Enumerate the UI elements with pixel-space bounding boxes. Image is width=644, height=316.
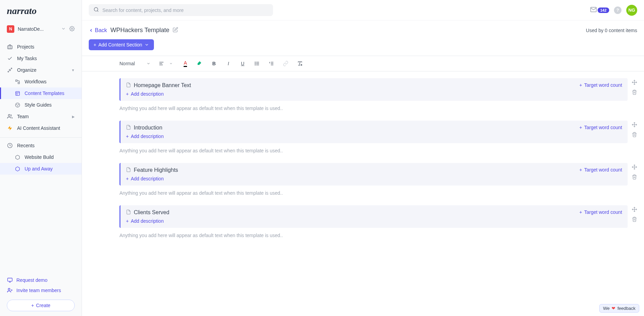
feedback-we: We [603,306,610,311]
sidebar-item-label: Workflows [25,79,46,84]
invite-link[interactable]: Invite team members [7,285,75,296]
move-icon[interactable] [632,164,637,171]
svg-rect-6 [18,82,19,83]
section-title[interactable]: Feature Highlights [134,167,178,173]
align-icon[interactable] [158,61,165,66]
feedback-button[interactable]: We ❤ feedback [599,304,639,313]
trash-icon[interactable] [632,217,637,223]
heading-select[interactable]: Normal [119,61,151,66]
create-button[interactable]: + Create [7,300,75,311]
sidebar-item-label: Team [17,114,29,119]
section-placeholder[interactable]: Anything you add here will appear as def… [119,143,628,153]
help-icon[interactable]: ? [614,6,621,14]
palette-icon [14,102,20,108]
svg-rect-17 [8,278,12,281]
monitor-icon [7,277,13,283]
back-link[interactable]: Back [89,27,107,33]
bold-icon[interactable]: B [211,61,217,66]
search-wrap[interactable] [89,4,273,16]
sidebar-item-workflows[interactable]: Workflows [0,76,82,87]
check-icon [7,56,13,61]
sidebar-item-content-templates[interactable]: Content Templates [0,87,82,99]
add-description-link[interactable]: + Add description [126,134,164,139]
plus-icon: + [579,82,582,88]
sidebar-item-label: Projects [17,44,34,50]
sidebar-item-projects[interactable]: Projects [0,41,82,53]
svg-point-12 [18,104,18,105]
svg-rect-7 [15,91,19,95]
move-icon[interactable] [632,122,637,128]
page-header: Back WPHackers Template Used by 0 conten… [82,20,644,50]
section-actions [632,205,637,238]
move-icon[interactable] [632,207,637,213]
workspace-selector[interactable]: N NarratoDe... [0,22,82,36]
back-label: Back [95,27,107,33]
trash-icon[interactable] [632,174,637,181]
sidebar-item-team[interactable]: Team ▶ [0,111,82,122]
add-section-label: Add Content Section [98,42,142,47]
target-word-count-link[interactable]: + Target word count [579,82,622,88]
settings-icon [7,67,13,73]
plus-icon: + [579,167,582,173]
svg-point-23 [94,8,98,11]
sidebar-item-ai[interactable]: AI Content Assistant [0,122,82,134]
sidebar-recent-item[interactable]: Website Build [0,151,82,163]
avatar[interactable]: NG [626,5,637,16]
plus-icon: + [579,209,582,215]
sidebar-item-organize[interactable]: Organize ▼ [0,64,82,76]
section-placeholder[interactable]: Anything you add here will appear as def… [119,228,628,238]
plus-icon: + [126,91,129,97]
add-description-link[interactable]: + Add description [126,218,164,224]
plus-icon: + [126,218,129,224]
chevron-down-icon[interactable] [61,26,66,32]
plus-icon: + [94,42,96,47]
svg-marker-15 [8,126,12,130]
section-title[interactable]: Clients Served [134,209,169,216]
sidebar-item-recents[interactable]: Recents [0,140,82,151]
link-icon[interactable] [282,61,289,66]
svg-point-13 [17,106,17,106]
bullet-list-icon[interactable] [254,61,260,66]
sidebar-item-style-guides[interactable]: Style Guides [0,99,82,111]
underline-icon[interactable]: U [239,61,246,66]
search-input[interactable] [102,8,268,13]
add-description-label: Add description [131,218,164,224]
sidebar-item-label: Content Templates [25,91,64,96]
user-plus-icon [7,288,13,293]
workspace-badge: N [7,25,14,33]
main-content: 142 ? NG Back WPHackers Template Used by… [82,0,644,316]
edit-icon[interactable] [173,27,178,33]
move-icon[interactable] [632,80,637,86]
feedback-text: feedback [617,306,635,311]
request-demo-link[interactable]: Request demo [7,275,75,285]
section-title[interactable]: Introduction [134,125,162,131]
trash-icon[interactable] [632,132,637,138]
target-word-count-link[interactable]: + Target word count [579,167,622,173]
sidebar-item-label: My Tasks [17,56,37,61]
sidebar-item-my-tasks[interactable]: My Tasks [0,53,82,64]
section-placeholder[interactable]: Anything you add here will appear as def… [119,101,628,111]
heading-value: Normal [119,61,135,66]
section-placeholder[interactable]: Anything you add here will appear as def… [119,186,628,196]
triangle-down-icon: ▼ [71,68,75,72]
highlight-icon[interactable] [196,61,203,66]
document-icon [126,209,131,216]
svg-point-14 [8,114,10,116]
add-description-link[interactable]: + Add description [126,176,164,181]
notifications[interactable]: 142 [590,6,609,14]
gear-icon[interactable] [69,26,75,32]
italic-icon[interactable]: I [225,61,232,66]
target-word-count-link[interactable]: + Target word count [579,125,622,130]
text-color-icon[interactable]: A [182,60,189,67]
section-title[interactable]: Homepage Banner Text [134,82,191,88]
clear-format-icon[interactable] [297,61,303,66]
sidebar-recent-item[interactable]: Up and Away [0,163,82,175]
add-section-button[interactable]: + Add Content Section [89,39,154,50]
numbered-list-icon[interactable] [268,61,275,66]
trash-icon[interactable] [632,90,637,96]
section-card: Clients Served + Add description + Targe… [119,205,628,238]
add-description-link[interactable]: + Add description [126,91,164,97]
briefcase-icon [7,44,13,50]
align-chevron-icon[interactable] [168,62,174,65]
target-word-count-link[interactable]: + Target word count [579,209,622,215]
